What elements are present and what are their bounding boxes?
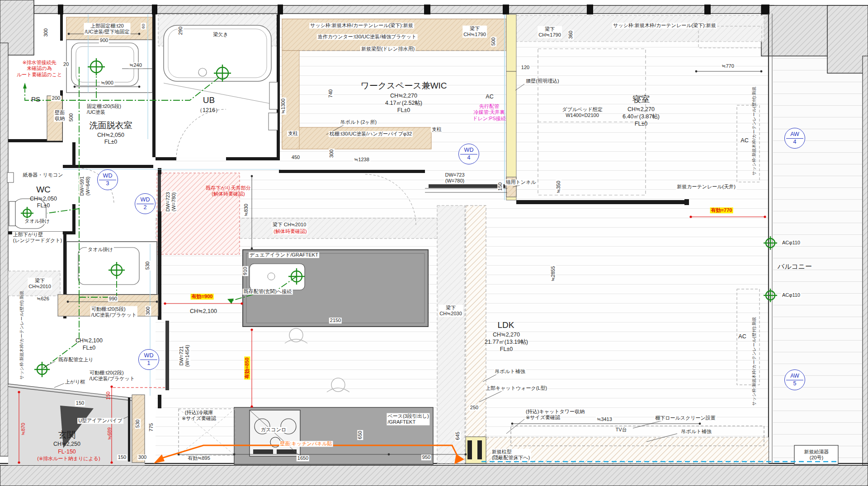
dim: ≒350 (556, 180, 561, 194)
note-ac-sleeve: ACφ110 (781, 240, 801, 246)
room-balcony: バルコニー (778, 262, 812, 271)
note-base-cabinet: ベース(3段引出し) /GRAFTEKT (387, 413, 429, 425)
room-entrance-ch: CH≒2,250 (53, 441, 80, 448)
dim: ≒689 (107, 427, 113, 440)
dim: ≒1300 (280, 98, 286, 115)
dim: 2150 (329, 318, 342, 323)
note-existing-pipe: 既存配管(玄関)へ接続 (243, 289, 293, 294)
room-workspace-ch: CH≒2,270 (390, 93, 417, 99)
dim: 200 (51, 95, 61, 101)
dim: 300 (137, 454, 147, 460)
room-bedroom-ch: CH≒2,270 (627, 106, 655, 113)
note-counter: 造作カウンター:t30/UC塗装/補強ブラケット (317, 34, 418, 40)
dim: ≒3413 (596, 416, 613, 422)
dim: 360 (568, 30, 574, 40)
room-workspace-wic: ワークスペース兼WIC (360, 80, 447, 91)
note-under-beam: 梁下 CH≒1790 (538, 26, 562, 38)
dim: 250 (469, 405, 479, 411)
marker-wd-3: WD3 (97, 169, 118, 190)
note-existing-ceiling: 既存下がり天井部分 (解体時要確認) (206, 185, 251, 197)
note-under-beam: 梁下 CH≒2010 (272, 222, 307, 228)
dim-door: DW=723 (W=780) (444, 172, 465, 184)
note-ac-sleeve: ACφ110 (781, 292, 801, 298)
dim: ≒2855 (550, 265, 556, 282)
dim-door: DW=591 (W=648) (79, 175, 91, 196)
dim: 150 (105, 392, 111, 400)
room-ub: UB (203, 95, 215, 105)
dim: 150 (497, 182, 503, 192)
floor-plan-canvas: 上部固定棚:t20 /UC塗装/壁下地固定9003006020≒240≒900※… (0, 0, 868, 486)
marker-wd-1: WD1 (138, 349, 159, 370)
note-cat-tower: (持込)キャットタワー収納 ※サイズ要確認 (526, 409, 585, 421)
dim-effective: 有効=900 (191, 294, 214, 299)
note-new-beam: 新規梁型(ドレン排水用) (360, 46, 415, 52)
note-water-heater: 新規給湯器 (20号) (803, 449, 830, 461)
room-workspace-area: 4.17㎡(2.52帖) (385, 100, 422, 107)
note-tv-stand: TV台 (614, 427, 627, 433)
dim: ≒1238 (353, 157, 370, 163)
marker-aw-5: AW5 (784, 369, 805, 390)
dim: 60 (141, 23, 146, 30)
note-under-beam: 梁下 CH≒2030 (439, 305, 463, 317)
dim: 20 (62, 61, 70, 67)
room-wc-ch: CH≒2,050 (30, 196, 57, 202)
note-ch: CH≒2,100 (190, 308, 217, 315)
note-sash-frame: サッシ枠:新規木枠/カーテンレール(梁下):新規 (309, 23, 414, 28)
dim: ≒626 (36, 296, 50, 302)
dim: ≒870 (20, 423, 26, 435)
room-entrance-fl: FL-150 (58, 449, 76, 455)
note-sash-frame: サッシ枠:新規木枠/カーテンレール(壁付):新規 (751, 87, 757, 176)
room-bedroom: 寝室 (632, 94, 650, 104)
dim: ≒240 (128, 62, 143, 68)
note-under-beam: 梁下 CH≒1790 (462, 26, 487, 38)
note-new-column: 新規柱型 (隠蔽配管床下へ) (491, 449, 531, 461)
room-ldk: LDK (498, 320, 514, 330)
dim: 740 (328, 89, 334, 98)
room-ldk-fl: FL±0 (500, 346, 513, 353)
note-drain-route: ※排水管接続先 未確認の為 ルート要確認のこと (17, 60, 62, 78)
note-pillow-shelf: 枕棚:t30/UC塗装/ハンガーパイプφ32 (329, 131, 413, 137)
note-post: 支柱 (431, 126, 443, 132)
note-u-iron-pipe: U型アイアンパイプ (77, 418, 123, 424)
note-sash-frame: サッシ枠:新規木枠/カーテンレール(壁付):新規 (19, 291, 24, 380)
note-sash-frame: サッシ枠:新規木枠/カーテンレール(梁下):新規 (612, 23, 717, 28)
note-beam-notch: 梁欠き (212, 32, 229, 37)
note-advance-piping: 先行配管 冷媒管:天井裏 ドレン:PS接続 (472, 103, 506, 122)
note-wall-storage: 壁面 収納 (54, 110, 66, 122)
room-ps: PS (31, 95, 40, 103)
note-fl: FL±0 (83, 345, 95, 351)
dim: ≒830 (243, 203, 249, 217)
dim: 300 (329, 149, 335, 159)
dim: 500 (68, 112, 74, 122)
note-hanging-bolt: 吊ボルト(2ヶ所) (340, 119, 377, 125)
dim: 990 (108, 296, 118, 302)
room-washroom-fl: FL±0 (104, 139, 117, 145)
note-gas-stove: ガスコンロ (260, 427, 287, 433)
note-curtain-rail: 新規カーテンレール(天井) (676, 184, 736, 190)
dim: ≒770 (721, 63, 735, 69)
note-double-bed: ダブルベッド想定 W1400×D2100 (562, 107, 603, 119)
note-roll-screen: 棚下ロールスクリーン設置 (654, 415, 717, 421)
note-pipe-riser: 既存配管立上り (57, 357, 94, 363)
dim-effective: 有効=850 (244, 357, 250, 380)
dim: 530 (135, 419, 141, 429)
dim-effective: 有効≒895 (187, 455, 211, 461)
note-bolt-reinforce: 吊ボルト補強 (680, 429, 712, 435)
note-agarikamachi: 上がり框 (64, 379, 86, 385)
note-drain-route2: (※排水ルート納まりによる) (37, 456, 100, 462)
note-cat-tunnel: 猫用トンネル (505, 179, 537, 185)
marker-aw-4: AW4 (784, 128, 805, 149)
room-entrance: 玄関 (58, 430, 75, 440)
dim: 300 (43, 28, 49, 37)
note-fridge: (持込)冷蔵庫 ※サイズ要確認 (182, 410, 216, 422)
dim: 300 (145, 306, 151, 316)
marker-wd-4: WD4 (458, 144, 479, 164)
dim: 290 (178, 26, 184, 36)
note-kitchen-island: デュエアイランド/GRAFTEKT (249, 252, 319, 258)
note-paper-holder: 紙巻器・リモコン (22, 172, 64, 178)
note-ac: AC (486, 93, 493, 100)
dim: 645 (455, 431, 461, 441)
note-towel-bar: タオル掛け (24, 218, 51, 224)
dim: 1650 (297, 455, 309, 461)
note-sash-frame: サッシ枠:新規木枠/カーテンレール(壁付):新規 (751, 317, 757, 406)
